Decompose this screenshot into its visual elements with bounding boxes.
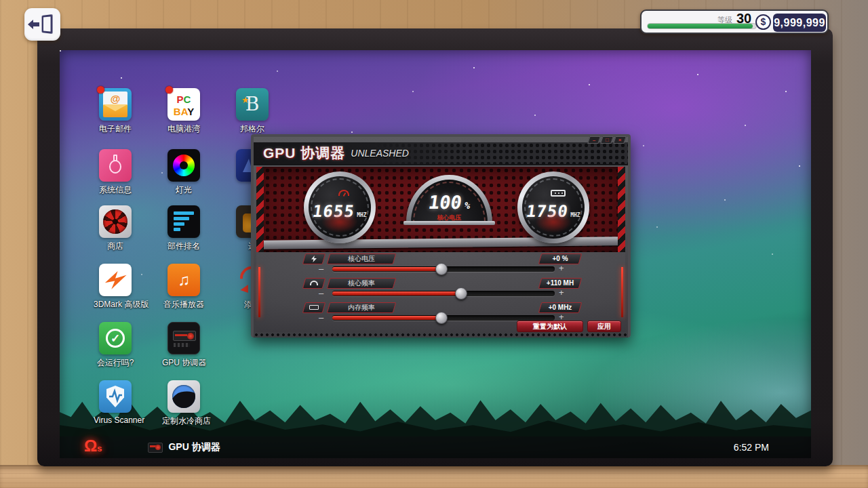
3dmark-logo-shape [103,268,127,292]
part-ranking-icon [167,205,200,238]
window-subtitle: UNLEASHED [351,148,409,159]
core-frequency-slider-row: 核心频率 +110 MH – + [256,278,625,301]
slider-label: 核心电压 [328,253,395,264]
slider-fill [332,291,461,296]
desktop-icon-system-info[interactable]: 系统信息 [94,149,137,196]
slider-fill [332,267,441,271]
icon-label: 定制水冷商店 [162,415,205,427]
memory-clock-gauge: 1750MHZ [517,171,589,243]
plus-button[interactable]: + [559,263,564,273]
desktop-icon-bungle[interactable]: ★ B 邦格尔 [231,88,274,135]
gauge-face: 1750MHZ [522,176,585,239]
desktop-icon-pcbay[interactable]: PC BAY 电脑港湾 [162,88,205,135]
gauge-face: 1655MHZ [309,176,371,239]
hazard-stripe-right [618,167,625,252]
wallpaper-stars [60,50,61,52]
gpu-fan-shape [187,333,194,340]
desktop-icon-virus-scanner[interactable]: Virus Scanner [94,380,137,425]
desktop-icon-lighting[interactable]: 灯光 [162,149,205,196]
xp-fill [648,24,753,28]
icon-label: GPU 协调器 [162,357,205,369]
watercooling-store-icon [167,380,200,413]
os-logo[interactable]: Ωs [84,436,102,458]
icon-label: 邦格尔 [231,123,274,135]
exit-door-icon [42,14,53,34]
reset-defaults-button[interactable]: 重置为默认 [517,321,583,332]
icon-label: 3DMark 高级版 [94,299,137,310]
system-info-icon [99,149,132,182]
pcbay-letter: P [177,94,184,105]
slider-panel: 核心电压 +0 % – + 核心频率 +110 MH – + [256,252,625,335]
music-player-icon: ♫ [167,264,200,296]
slider-fill [332,316,441,320]
slider-label: 核心频率 [328,278,395,289]
minimize-button[interactable]: – [587,136,601,144]
desktop-icon-gpu-tuner[interactable]: GPU 协调器 [162,322,205,369]
gpu-app-mini-icon [148,443,163,453]
maximize-button[interactable]: □ [600,136,614,144]
desk-shelf [0,465,868,488]
notification-badge [165,86,173,94]
can-it-run-icon: ✓ [99,322,132,354]
3dmark-icon [99,264,132,296]
plus-button[interactable]: + [559,287,564,298]
taskbar-app-gpu-coordinator[interactable]: GPU 协调器 [141,436,226,458]
minus-button[interactable]: – [319,288,323,298]
icon-label: 音乐播放器 [162,299,205,310]
minus-button[interactable]: – [319,312,323,323]
memory-icon [304,302,324,313]
core-clock-unit: MHZ [357,212,366,218]
pc-building-simulator-scene: @ 电子邮件 系统信息 商店 3DMark 高级版 [0,0,868,488]
pcbay-letter: C [184,94,191,105]
speedometer-icon [338,190,349,196]
icon-label: 电脑港湾 [162,123,205,135]
pcbay-letters: BA [174,106,187,117]
desktop-icon-email[interactable]: @ 电子邮件 [94,88,137,135]
minus-button[interactable]: – [319,264,323,274]
exit-room-button[interactable] [24,8,60,41]
bungle-icon: ★ B [236,88,269,121]
core-voltage-gauge: 100% 核心电压 [406,175,492,222]
email-icon: @ [99,88,132,121]
rgb-wheel [173,155,195,176]
virus-scanner-icon [99,380,132,413]
icon-label: 系统信息 [94,184,137,196]
slider-knob[interactable] [435,312,448,324]
exit-arrow-head [28,20,33,29]
close-button[interactable]: × [613,136,627,144]
apply-button[interactable]: 应用 [587,321,621,332]
slider-knob[interactable] [455,287,467,300]
desktop-icon-3dmark[interactable]: 3DMark 高级版 [94,264,137,310]
window-title: GPU 协调器 [263,144,345,163]
desktop-icon-watercooling-store[interactable]: 定制水冷商店 [162,380,205,427]
desktop-icon-store[interactable]: 商店 [94,205,137,252]
lightning-icon [304,253,324,264]
desktop-icon-part-ranking[interactable]: 部件排名 [162,205,205,252]
window-titlebar[interactable]: GPU 协调器 UNLEASHED [254,142,628,165]
dial-icon [304,278,324,289]
desktop-screen: @ 电子邮件 系统信息 商店 3DMark 高级版 [60,50,811,458]
icon-label: 电子邮件 [94,123,137,135]
exit-arrow-icon [33,22,39,26]
memory-clock-unit: MHZ [570,212,580,218]
window-controls: – □ × [589,136,625,144]
gpu-fins-shape [174,343,190,347]
flask-body [109,160,121,174]
slider-track[interactable] [332,291,555,296]
slider-track[interactable] [332,266,555,272]
gauge-glow [536,211,571,232]
desktop-icon-music-player[interactable]: ♫ 音乐播放器 [162,264,205,310]
pcbay-icon: PC BAY [167,88,200,121]
monitor: @ 电子邮件 系统信息 商店 3DMark 高级版 [37,28,833,466]
gpu-card-shape [173,331,196,341]
slider-track[interactable] [332,315,555,321]
icon-label: 灯光 [162,184,205,196]
desktop-icon-can-it-run[interactable]: ✓ 会运行吗? [94,322,137,369]
icon-label: 会运行吗? [94,357,137,369]
notification-badge [97,86,104,94]
memory-icon [551,190,566,197]
slider-knob[interactable] [435,263,448,275]
window-bottom-trim [254,332,628,338]
store-icon [99,205,132,238]
icon-label: Virus Scanner [94,415,137,425]
